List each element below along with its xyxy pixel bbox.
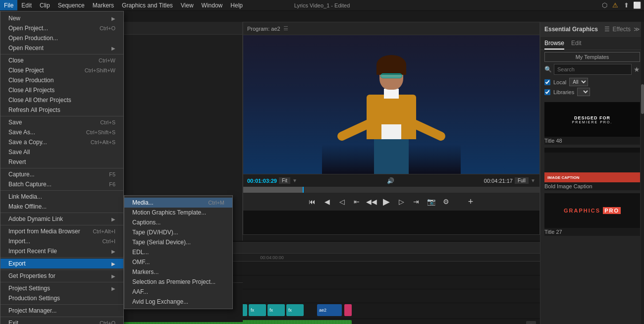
file-make-offline-item[interactable]: Make Offline...	[0, 202, 123, 212]
export-icon[interactable]: ⬆	[621, 1, 631, 10]
go-to-previous-marker[interactable]: ⇤	[351, 196, 362, 207]
file-close-project-item[interactable]: Close Project Ctrl+Shift+W	[0, 65, 123, 75]
play-button[interactable]: ▶	[381, 196, 392, 207]
file-revert-item[interactable]: Revert	[0, 157, 123, 167]
export-markers-item[interactable]: Markers...	[124, 267, 232, 277]
file-export-item[interactable]: Export ▶	[0, 259, 123, 269]
menu-help[interactable]: Help	[226, 0, 247, 10]
template-card-2[interactable]: IMAGE CAPTION Bold Image Caption	[544, 148, 640, 190]
reverse-button[interactable]: ◀◀	[366, 196, 377, 207]
file-save-copy-item[interactable]: Save a Copy... Ctrl+Alt+S	[0, 137, 123, 147]
file-refresh-all-item[interactable]: Refresh All Projects	[0, 105, 123, 115]
fit-dropdown-icon[interactable]: ▼	[292, 178, 297, 183]
camera-icon[interactable]: 📷	[426, 196, 436, 207]
full-button[interactable]: Full	[515, 177, 529, 184]
star-icon[interactable]: ★	[634, 65, 640, 73]
effects-tab[interactable]: Effects	[613, 26, 631, 33]
panel-expand-icon[interactable]: ≫	[634, 26, 640, 33]
file-save-all-item[interactable]: Save All	[0, 147, 123, 157]
panel-scrollbar[interactable]	[641, 22, 644, 324]
menu-window[interactable]: Window	[198, 0, 227, 10]
export-avid-item[interactable]: Avid Log Exchange...	[124, 297, 232, 307]
step-forward-button[interactable]: ▷	[396, 196, 407, 207]
search-input[interactable]	[554, 64, 632, 75]
export-omf-item[interactable]: OMF...	[124, 257, 232, 267]
export-tape-serial-item[interactable]: Tape (Serial Device)...	[124, 237, 232, 247]
share-icon[interactable]: ⬡	[599, 1, 609, 10]
export-tape-dv-item[interactable]: Tape (DV/HDV)...	[124, 227, 232, 237]
file-open-project-item[interactable]: Open Project... Ctrl+O	[0, 23, 123, 33]
step-frame-back-button[interactable]: ◁	[336, 196, 347, 207]
file-save-item[interactable]: Save Ctrl+S	[0, 117, 123, 127]
libraries-select[interactable]	[577, 88, 590, 96]
export-selection-item[interactable]: Selection as Premiere Project...	[124, 277, 232, 287]
file-import-recent-item[interactable]: Import Recent File ▶	[0, 246, 123, 256]
go-to-next-marker[interactable]: ⇥	[411, 196, 422, 207]
panel-menu-icon[interactable]: ☰	[604, 26, 610, 33]
thumb-2-text: IMAGE CAPTION	[547, 175, 579, 180]
warning-icon[interactable]: ⚠	[610, 1, 620, 10]
menu-sequence[interactable]: Sequence	[54, 0, 89, 10]
file-project-settings-arrow: ▶	[111, 286, 115, 291]
export-edl-item[interactable]: EDL...	[124, 247, 232, 257]
export-motion-graphics-item[interactable]: Motion Graphics Template...	[124, 208, 232, 217]
local-checkbox[interactable]	[544, 79, 550, 85]
menu-file[interactable]: File	[0, 0, 17, 10]
file-save-as-item[interactable]: Save As... Ctrl+Shift+S	[0, 127, 123, 137]
menu-clip[interactable]: Clip	[36, 0, 54, 10]
v1-clip-12[interactable]: fx	[268, 304, 285, 316]
full-dropdown-icon[interactable]: ▼	[531, 178, 536, 183]
export-aaf-item[interactable]: AAF...	[124, 287, 232, 297]
maximize-icon[interactable]: ⬜	[632, 1, 642, 10]
file-project-settings-item[interactable]: Project Settings ▶	[0, 283, 123, 293]
file-dynamic-link-item[interactable]: Adobe Dynamic Link ▶	[0, 214, 123, 224]
file-capture-item[interactable]: Capture... F5	[0, 169, 123, 179]
menu-markers[interactable]: Markers	[89, 0, 118, 10]
local-select[interactable]: All	[569, 78, 588, 86]
monitor-scrubber[interactable]	[243, 187, 539, 193]
file-link-media-item[interactable]: Link Media...	[0, 192, 123, 202]
file-open-production-label: Open Production...	[8, 35, 58, 42]
file-import-item[interactable]: Import... Ctrl+I	[0, 236, 123, 246]
settings-icon[interactable]: ⚙	[440, 196, 451, 207]
file-exit-item[interactable]: Exit Ctrl+Q	[0, 318, 123, 324]
file-open-production-item[interactable]: Open Production...	[0, 33, 123, 43]
menu-view[interactable]: View	[177, 0, 198, 10]
file-close-production-item[interactable]: Close Production	[0, 75, 123, 85]
browse-tab[interactable]: Browse	[544, 40, 564, 50]
file-open-recent-label: Open Recent	[8, 45, 44, 52]
template-card-1[interactable]: DESIGED FOR PREMIERE PRO. Title 48	[544, 102, 640, 145]
menu-edit[interactable]: Edit	[17, 0, 36, 10]
v1-clip-11[interactable]: fx	[249, 304, 266, 316]
fit-button[interactable]: Fit	[279, 177, 290, 184]
add-marker-button[interactable]: +	[465, 196, 476, 207]
edit-tab[interactable]: Edit	[571, 40, 582, 50]
add-track-button[interactable]: +	[526, 321, 536, 324]
step-back-button[interactable]: ◀	[322, 196, 332, 207]
file-open-recent-item[interactable]: Open Recent ▶	[0, 43, 123, 53]
v1-clip-ae2[interactable]: ae2	[317, 304, 342, 316]
menu-graphics[interactable]: Graphics and Titles	[118, 0, 177, 10]
panel-search: 🔍 ★	[540, 64, 644, 78]
file-close-other-projects-item[interactable]: Close All Other Projects	[0, 95, 123, 105]
file-close-item[interactable]: Close Ctrl+W	[0, 55, 123, 65]
go-to-in-button[interactable]: ⏮	[307, 196, 318, 207]
file-get-properties-item[interactable]: Get Properties for ▶	[0, 271, 123, 281]
file-close-all-projects-item[interactable]: Close All Projects	[0, 85, 123, 95]
monitor-playback-controls: ⏮ ◀ ◁ ⇤ ◀◀ ▶ ▷ ⇥ 📷 ⚙ +	[243, 193, 539, 211]
template-card-3[interactable]: GRAPHICS PRO Title 27	[544, 193, 640, 236]
volume-icon[interactable]: 🔊	[387, 177, 394, 184]
file-new-item[interactable]: New ▶	[0, 13, 123, 23]
file-project-manager-item[interactable]: Project Manager...	[0, 306, 123, 316]
file-project-manager-label: Project Manager...	[8, 307, 56, 314]
file-batch-capture-item[interactable]: Batch Capture... F6	[0, 179, 123, 189]
libraries-checkbox[interactable]	[544, 89, 550, 95]
v1-clip-13[interactable]: fx	[286, 304, 304, 316]
export-captions-item[interactable]: Captions...	[124, 217, 232, 227]
export-media-item[interactable]: Media... Ctrl+M	[124, 198, 232, 208]
file-capture-shortcut: F5	[109, 171, 115, 177]
my-templates-button[interactable]: My Templates	[544, 52, 640, 62]
v1-clip-pink[interactable]	[344, 304, 352, 316]
file-import-from-browser-item[interactable]: Import from Media Browser Ctrl+Alt+I	[0, 226, 123, 236]
file-production-settings-item[interactable]: Production Settings	[0, 293, 123, 303]
